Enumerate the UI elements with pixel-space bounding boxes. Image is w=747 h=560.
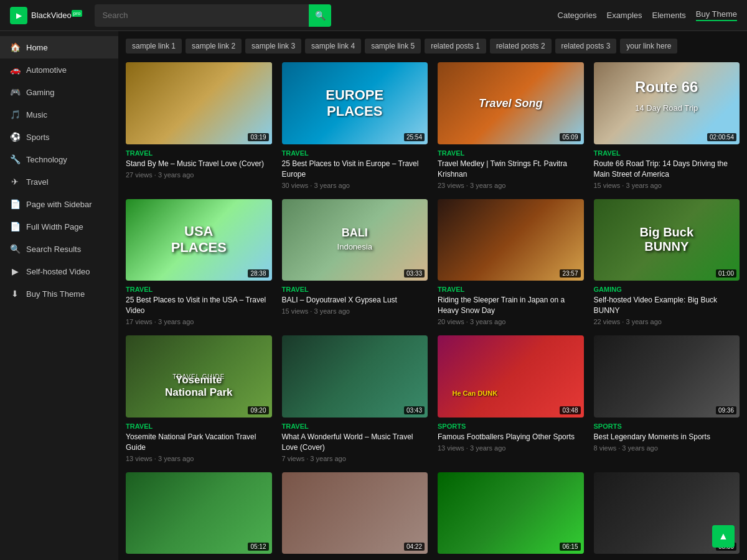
- tag-link-1[interactable]: sample link 1: [126, 39, 182, 54]
- video-grid: 03:19 TRAVEL Stand By Me – Music Travel …: [126, 62, 740, 560]
- video-category-4: TRAVEL: [594, 149, 740, 157]
- sidebar-item-full-width-label: Full Width Page: [26, 222, 83, 231]
- thumb-overlay-9b: YosemiteNational Park: [165, 373, 233, 399]
- sidebar-item-page-with-sidebar[interactable]: 📄 Page with Sidebar: [0, 193, 118, 215]
- video-duration-11: 03:48: [560, 406, 580, 414]
- video-title-4: Route 66 Road Trip: 14 Days Driving the …: [594, 159, 740, 180]
- tag-link-4[interactable]: sample link 4: [305, 39, 361, 54]
- video-title-10: What A Wonderful World – Music Travel Lo…: [282, 432, 428, 453]
- video-meta-2: 30 views · 3 years ago: [282, 182, 428, 189]
- categories-nav[interactable]: Categories: [558, 11, 597, 20]
- video-category-5: TRAVEL: [126, 286, 272, 293]
- thumb-overlay-3: Travel Song: [479, 96, 543, 110]
- tag-link-related-2[interactable]: related posts 2: [490, 39, 552, 54]
- thumb-overlay-8: Big BuckBUNNY: [639, 225, 693, 254]
- thumb-overlay-4a: Route 66: [635, 78, 698, 96]
- video-card-7[interactable]: 23:57 TRAVEL Riding the Sleeper Train in…: [438, 199, 584, 326]
- video-thumb-3: Travel Song 05:09: [438, 62, 584, 144]
- video-meta-5: 17 views · 3 years ago: [126, 318, 272, 325]
- video-meta-3: 23 views · 3 years ago: [438, 182, 584, 189]
- video-thumb-14: 04:22: [282, 472, 428, 554]
- buy-theme-nav[interactable]: Buy Theme: [696, 9, 737, 21]
- video-category-12: SPORTS: [594, 422, 740, 430]
- header-nav: Categories Examples Elements Buy Theme: [558, 9, 737, 21]
- video-title-7: Riding the Sleeper Train in Japan on a H…: [438, 295, 584, 316]
- video-title-2: 25 Best Places to Visit in Europe – Trav…: [282, 159, 428, 180]
- video-card-8[interactable]: Big BuckBUNNY 01:00 GAMING Self-hosted V…: [594, 199, 740, 326]
- video-title-5: 25 Best Places to Visit in the USA – Tra…: [126, 295, 272, 316]
- video-title-3: Travel Medley | Twin Strings Ft. Pavitra…: [438, 159, 584, 180]
- video-category-6: TRAVEL: [282, 286, 428, 293]
- video-card-9[interactable]: TRAVEL GUIDE YosemiteNational Park 09:20…: [126, 335, 272, 462]
- search-button[interactable]: [309, 4, 331, 27]
- video-thumb-2: EUROPEPLACES 25:54: [282, 62, 428, 144]
- video-category-9: TRAVEL: [126, 422, 272, 430]
- search-input[interactable]: [95, 6, 309, 25]
- video-thumb-10: 03:43: [282, 335, 428, 418]
- video-card-6[interactable]: BALIIndonesia 03:33 TRAVEL BALI – Doyout…: [282, 199, 428, 326]
- sidebar-item-technology-label: Technology: [26, 155, 67, 164]
- sidebar-item-music[interactable]: 🎵 Music: [0, 103, 118, 126]
- thumb-overlay-4b: 14 Day Road Trip: [635, 103, 698, 112]
- video-thumb-8: Big BuckBUNNY 01:00: [594, 199, 740, 281]
- sidebar-item-automotive[interactable]: 🚗 Automotive: [0, 58, 118, 81]
- sidebar-item-self-hosted[interactable]: ▶ Self-hosted Video: [0, 260, 118, 282]
- video-card-12[interactable]: 09:36 SPORTS Best Legendary Moments in S…: [594, 335, 740, 462]
- video-duration-9: 09:20: [248, 406, 268, 414]
- video-meta-1: 27 views · 3 years ago: [126, 171, 272, 179]
- full-width-icon: 📄: [10, 222, 20, 231]
- video-card-11[interactable]: He Can DUNK 03:48 SPORTS Famous Football…: [438, 335, 584, 462]
- sidebar-item-gaming[interactable]: 🎮 Gaming: [0, 81, 118, 103]
- video-duration-10: 03:43: [404, 406, 425, 414]
- sidebar-item-search-results[interactable]: 🔍 Search Results: [0, 238, 118, 260]
- video-category-7: TRAVEL: [438, 286, 584, 293]
- sidebar-item-sports-label: Sports: [26, 133, 50, 142]
- video-card-3[interactable]: Travel Song 05:09 TRAVEL Travel Medley |…: [438, 62, 584, 189]
- sidebar-item-travel[interactable]: ✈ Travel: [0, 170, 118, 193]
- tag-link-related-3[interactable]: related posts 3: [555, 39, 617, 54]
- sidebar-item-music-label: Music: [26, 110, 47, 119]
- video-title-11: Famous Footballers Playing Other Sports: [438, 432, 584, 442]
- sidebar-item-technology[interactable]: 🔧 Technology: [0, 148, 118, 170]
- elements-nav[interactable]: Elements: [652, 11, 686, 20]
- video-thumb-7: 23:57: [438, 199, 584, 281]
- video-meta-7: 20 views · 3 years ago: [438, 318, 584, 325]
- video-card-5[interactable]: USAPLACES 28:38 TRAVEL 25 Best Places to…: [126, 199, 272, 326]
- tag-link-2[interactable]: sample link 2: [186, 39, 242, 54]
- search-bar: [95, 4, 331, 27]
- thumb-overlay-5: USAPLACES: [171, 223, 227, 256]
- video-duration-14: 04:22: [404, 543, 425, 551]
- video-meta-11: 13 views · 3 years ago: [438, 444, 584, 452]
- video-card-15[interactable]: 06:15 SPORTS Football match highlights 1…: [438, 472, 584, 561]
- sidebar-item-sports[interactable]: ⚽ Sports: [0, 126, 118, 148]
- sidebar-item-home[interactable]: 🏠 Home: [0, 36, 118, 58]
- tag-links-bar: sample link 1 sample link 2 sample link …: [126, 39, 740, 54]
- examples-nav[interactable]: Examples: [606, 11, 642, 20]
- scroll-top-button[interactable]: ▲: [712, 525, 735, 548]
- video-card-2[interactable]: EUROPEPLACES 25:54 TRAVEL 25 Best Places…: [282, 62, 428, 189]
- thumb-overlay-6: BALIIndonesia: [337, 226, 372, 253]
- travel-icon: ✈: [10, 177, 20, 187]
- sidebar-item-buy-theme[interactable]: ⬇ Buy This Theme: [0, 282, 118, 305]
- home-icon: 🏠: [10, 42, 20, 52]
- tag-link-your[interactable]: your link here: [620, 39, 677, 54]
- tag-link-5[interactable]: sample link 5: [365, 39, 421, 54]
- video-duration-15: 06:15: [560, 543, 580, 551]
- sidebar-item-gaming-label: Gaming: [26, 88, 55, 97]
- sidebar-item-buy-theme-label: Buy This Theme: [26, 289, 85, 299]
- sidebar-item-search-results-label: Search Results: [26, 245, 81, 254]
- technology-icon: 🔧: [10, 154, 20, 164]
- video-card-10[interactable]: 03:43 TRAVEL What A Wonderful World – Mu…: [282, 335, 428, 462]
- tag-link-related-1[interactable]: related posts 1: [425, 39, 486, 54]
- video-card-13[interactable]: 05:12 SPORTS Sprint race highlights 10 v…: [126, 472, 272, 561]
- tag-link-3[interactable]: sample link 3: [245, 39, 301, 54]
- video-card-4[interactable]: Route 66 14 Day Road Trip 02:00:54 TRAVE…: [594, 62, 740, 189]
- sidebar-item-full-width[interactable]: 📄 Full Width Page: [0, 215, 118, 238]
- video-duration-6: 03:33: [404, 269, 425, 278]
- automotive-icon: 🚗: [10, 65, 20, 75]
- video-thumb-13: 05:12: [126, 472, 272, 554]
- video-category-3: TRAVEL: [438, 149, 584, 157]
- video-card-1[interactable]: 03:19 TRAVEL Stand By Me – Music Travel …: [126, 62, 272, 189]
- video-card-14[interactable]: 04:22 SPORTS Track and field competition…: [282, 472, 428, 561]
- logo[interactable]: BlackVideopro: [10, 7, 82, 24]
